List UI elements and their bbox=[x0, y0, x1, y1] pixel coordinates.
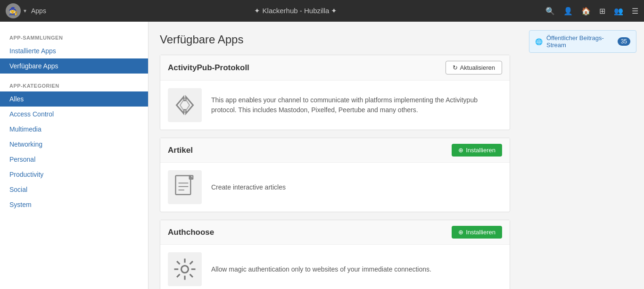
svg-point-7 bbox=[182, 266, 189, 273]
categories-section-label: APP-KATEGORIEN bbox=[0, 78, 148, 91]
app-card-activitypub: ActivityPub-Protokoll ↻ Aktualisieren Th… bbox=[160, 55, 510, 130]
svg-line-14 bbox=[190, 261, 193, 264]
app-description-activitypub: This app enables your channel to communi… bbox=[211, 95, 502, 115]
people-icon[interactable]: 👥 bbox=[614, 7, 623, 16]
install-icon-2: ⊕ bbox=[458, 229, 463, 236]
install-button-artikel[interactable]: ⊕ Installieren bbox=[452, 144, 502, 157]
stream-badge: 35 bbox=[618, 37, 630, 46]
app-card-artikel: Artikel ⊕ Installieren bbox=[160, 138, 510, 212]
navbar-title: ✦ Klackerhub - Hubzilla ✦ bbox=[46, 7, 545, 15]
activitypub-icon bbox=[168, 88, 202, 122]
sidebar: APP-SAMMLUNGEN Installierte Apps Verfügb… bbox=[0, 22, 149, 289]
app-title-activitypub: ActivityPub-Protokoll bbox=[168, 63, 249, 73]
refresh-icon: ↻ bbox=[453, 64, 458, 71]
public-stream-item[interactable]: 🌐 Öffentlicher Beitrags-Stream 35 bbox=[529, 30, 636, 53]
svg-line-12 bbox=[177, 261, 180, 264]
user-icon[interactable]: 👤 bbox=[563, 7, 573, 16]
app-card-body-artikel: Create interactive articles bbox=[160, 163, 510, 212]
dropdown-arrow-icon[interactable]: ▾ bbox=[24, 8, 26, 14]
app-card-body-activitypub: This app enables your channel to communi… bbox=[160, 81, 510, 130]
avatar: 🧙 bbox=[6, 3, 21, 18]
app-card-header-activitypub: ActivityPub-Protokoll ↻ Aktualisieren bbox=[160, 55, 510, 81]
navbar-actions: 🔍 👤 🏠 ⊞ 👥 ☰ bbox=[545, 7, 638, 16]
navbar: 🧙 ▾ Apps ✦ Klackerhub - Hubzilla ✦ 🔍 👤 🏠… bbox=[0, 0, 644, 22]
collections-section-label: APP-SAMMLUNGEN bbox=[0, 30, 148, 43]
search-icon[interactable]: 🔍 bbox=[545, 7, 555, 16]
sidebar-item-alles[interactable]: Alles bbox=[0, 91, 148, 107]
sidebar-item-networking[interactable]: Networking bbox=[0, 137, 148, 152]
app-card-header-artikel: Artikel ⊕ Installieren bbox=[160, 138, 510, 163]
sidebar-item-access-control[interactable]: Access Control bbox=[0, 107, 148, 122]
app-card-body-authchoose: Allow magic authentication only to websi… bbox=[160, 245, 510, 289]
svg-line-15 bbox=[177, 274, 180, 277]
navbar-app-label: Apps bbox=[31, 7, 46, 15]
grid-icon[interactable]: ⊞ bbox=[599, 7, 605, 16]
sidebar-item-personal[interactable]: Personal bbox=[0, 152, 148, 167]
sidebar-item-system[interactable]: System bbox=[0, 197, 148, 212]
install-icon: ⊕ bbox=[458, 147, 463, 154]
menu-icon[interactable]: ☰ bbox=[632, 7, 638, 16]
sidebar-item-productivity[interactable]: Productivity bbox=[0, 167, 148, 182]
main-content: Verfügbare Apps ActivityPub-Protokoll ↻ … bbox=[149, 22, 521, 289]
page-title: Verfügbare Apps bbox=[160, 33, 510, 46]
stream-label: Öffentlicher Beitrags-Stream bbox=[546, 34, 614, 49]
install-button-authchoose[interactable]: ⊕ Installieren bbox=[452, 226, 502, 239]
home-icon[interactable]: 🏠 bbox=[581, 7, 591, 16]
globe-icon: 🌐 bbox=[535, 38, 543, 45]
svg-rect-2 bbox=[175, 175, 190, 194]
app-description-artikel: Create interactive articles bbox=[211, 182, 286, 192]
svg-marker-0 bbox=[177, 97, 193, 114]
svg-line-13 bbox=[190, 274, 193, 277]
navbar-brand[interactable]: 🧙 ▾ Apps bbox=[6, 3, 46, 18]
layout: APP-SAMMLUNGEN Installierte Apps Verfügb… bbox=[0, 22, 644, 289]
article-icon bbox=[168, 170, 202, 204]
sidebar-item-installed[interactable]: Installierte Apps bbox=[0, 43, 148, 58]
right-panel: 🌐 Öffentlicher Beitrags-Stream 35 bbox=[521, 22, 644, 289]
sidebar-item-available[interactable]: Verfügbare Apps bbox=[0, 58, 148, 74]
app-card-header-authchoose: Authchoose ⊕ Installieren bbox=[160, 220, 510, 245]
app-title-authchoose: Authchoose bbox=[168, 228, 214, 237]
gear-icon bbox=[168, 252, 202, 286]
sidebar-item-social[interactable]: Social bbox=[0, 182, 148, 197]
app-description-authchoose: Allow magic authentication only to websi… bbox=[211, 264, 431, 274]
sidebar-item-multimedia[interactable]: Multimedia bbox=[0, 122, 148, 137]
app-card-authchoose: Authchoose ⊕ Installieren bbox=[160, 220, 510, 289]
app-title-artikel: Artikel bbox=[168, 146, 193, 155]
update-button-activitypub[interactable]: ↻ Aktualisieren bbox=[446, 61, 502, 74]
